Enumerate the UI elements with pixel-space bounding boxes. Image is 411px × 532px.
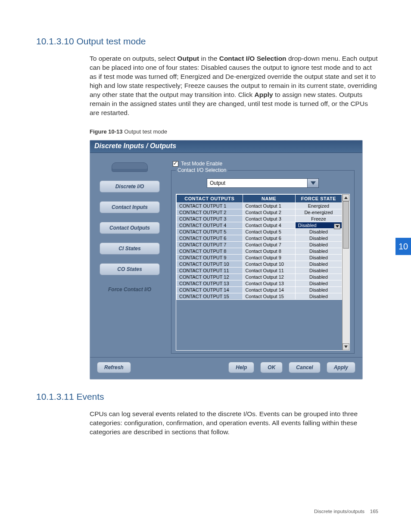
scroll-down-icon[interactable] <box>342 343 349 350</box>
cell-contact-output-id: CONTACT OUTPUT 8 <box>177 248 243 255</box>
refresh-button[interactable]: Refresh <box>97 362 131 373</box>
table-row[interactable]: CONTACT OUTPUT 11Contact Output 11Disabl… <box>177 268 342 274</box>
cell-contact-output-id: CONTACT OUTPUT 14 <box>177 287 243 293</box>
cell-contact-output-name: Contact Output 8 <box>243 248 295 255</box>
cell-contact-output-name: Contact Output 4 <box>243 222 295 229</box>
section-heading-output-test-mode: 10.1.3.10 Output test mode <box>36 36 378 47</box>
scrollbar-thumb[interactable] <box>343 201 349 249</box>
cell-contact-output-id: CONTACT OUTPUT 9 <box>177 255 243 261</box>
table-row[interactable]: CONTACT OUTPUT 9Contact Output 9Disabled <box>177 255 342 261</box>
body-paragraph: CPUs can log several events related to t… <box>90 410 378 437</box>
footer-text: Discrete inputs/outputs <box>314 509 364 514</box>
col-header-force-state: FORCE STATE <box>295 195 342 203</box>
panel-footer: Refresh Help OK Cancel Apply <box>90 357 362 379</box>
text-bold: Apply <box>255 91 273 98</box>
table-row[interactable]: CONTACT OUTPUT 8Contact Output 8Disabled <box>177 248 342 255</box>
cell-contact-output-id: CONTACT OUTPUT 7 <box>177 242 243 248</box>
cancel-button[interactable]: Cancel <box>289 362 320 373</box>
cell-force-state[interactable]: Energized <box>295 203 342 209</box>
force-contact-io-label: Force Contact I/O <box>108 286 151 292</box>
panel-title: Discrete Inputs / Outputs <box>90 140 362 153</box>
contact-outputs-button[interactable]: Contact Outputs <box>100 222 160 234</box>
test-mode-enable-label: Test Mode Enable <box>181 161 222 167</box>
cell-contact-output-name: Contact Output 14 <box>243 287 295 293</box>
cell-force-state[interactable]: Disabled <box>295 261 342 268</box>
cell-contact-output-id: CONTACT OUTPUT 10 <box>177 261 243 268</box>
cell-contact-output-name: Contact Output 5 <box>243 229 295 235</box>
col-header-contact-outputs: CONTACT OUTPUTS <box>177 195 243 203</box>
cell-force-state[interactable]: Disabled <box>295 280 342 287</box>
test-mode-enable-checkbox[interactable] <box>173 161 178 167</box>
cell-force-state[interactable]: Disabled <box>295 274 342 280</box>
table-row[interactable]: CONTACT OUTPUT 3Contact Output 3Freeze <box>177 216 342 222</box>
dropdown-value: Output <box>207 179 307 187</box>
fieldset-legend: Contact I/O Selection <box>176 167 228 173</box>
vertical-scrollbar[interactable] <box>342 194 349 350</box>
cell-force-state[interactable]: Disabled <box>295 293 342 300</box>
cell-force-state[interactable]: Disabled <box>295 235 342 242</box>
cell-contact-output-name: Contact Output 6 <box>243 235 295 242</box>
cell-contact-output-name: Contact Output 9 <box>243 255 295 261</box>
cell-contact-output-id: CONTACT OUTPUT 11 <box>177 268 243 274</box>
table-row[interactable]: CONTACT OUTPUT 12Contact Output 12Disabl… <box>177 274 342 280</box>
footer-page-number: 165 <box>370 509 378 514</box>
scrollbar-track[interactable] <box>342 201 349 343</box>
co-states-button[interactable]: CO States <box>100 263 160 275</box>
cell-force-state[interactable]: Disabled <box>295 287 342 293</box>
cell-contact-output-name: Contact Output 10 <box>243 261 295 268</box>
table-row[interactable]: CONTACT OUTPUT 1Contact Output 1Energize… <box>177 203 342 209</box>
cell-force-state[interactable]: Disabled <box>295 222 342 229</box>
svg-marker-0 <box>311 181 316 185</box>
contact-inputs-button[interactable]: Contact Inputs <box>100 201 160 213</box>
table-row[interactable]: CONTACT OUTPUT 15Contact Output 15Disabl… <box>177 293 342 300</box>
table-row[interactable]: CONTACT OUTPUT 13Contact Output 13Disabl… <box>177 280 342 287</box>
text: To operate on outputs, select <box>90 55 177 62</box>
table-row[interactable]: CONTACT OUTPUT 10Contact Output 10Disabl… <box>177 261 342 268</box>
text-bold: Output <box>177 55 199 62</box>
cell-force-state[interactable]: Freeze <box>295 216 342 222</box>
cell-contact-output-name: Contact Output 3 <box>243 216 295 222</box>
chapter-tab: 10 <box>395 238 411 255</box>
cell-contact-output-id: CONTACT OUTPUT 4 <box>177 222 243 229</box>
table-row[interactable]: CONTACT OUTPUT 4Contact Output 4Disabled <box>177 222 342 229</box>
table-row[interactable]: CONTACT OUTPUT 14Contact Output 14Disabl… <box>177 287 342 293</box>
discrete-io-panel: Discrete Inputs / Outputs Discrete I/O C… <box>90 140 363 380</box>
cell-contact-output-name: Contact Output 13 <box>243 280 295 287</box>
table-row[interactable]: CONTACT OUTPUT 2Contact Output 2De-energ… <box>177 209 342 216</box>
discrete-io-button[interactable]: Discrete I/O <box>100 180 160 193</box>
ok-button[interactable]: OK <box>260 362 283 373</box>
contact-io-selection-dropdown[interactable]: Output <box>207 178 319 188</box>
apply-button[interactable]: Apply <box>327 362 355 373</box>
table-row[interactable]: CONTACT OUTPUT 5Contact Output 5Disabled <box>177 229 342 235</box>
scroll-up-icon[interactable] <box>342 194 349 201</box>
cell-contact-output-id: CONTACT OUTPUT 1 <box>177 203 243 209</box>
text: in the <box>199 55 219 62</box>
chevron-down-icon[interactable] <box>307 179 318 187</box>
cell-force-state[interactable]: Disabled <box>295 242 342 248</box>
cell-contact-output-id: CONTACT OUTPUT 3 <box>177 216 243 222</box>
contact-io-selection-fieldset: Contact I/O Selection Output <box>171 170 355 354</box>
cell-force-state[interactable]: Disabled <box>295 248 342 255</box>
cell-contact-output-name: Contact Output 7 <box>243 242 295 248</box>
cell-contact-output-id: CONTACT OUTPUT 13 <box>177 280 243 287</box>
sidebar: Discrete I/O Contact Inputs Contact Outp… <box>95 158 164 354</box>
cell-contact-output-id: CONTACT OUTPUT 15 <box>177 293 243 300</box>
table-row[interactable]: CONTACT OUTPUT 6Contact Output 6Disabled <box>177 235 342 242</box>
cell-force-state[interactable]: Disabled <box>295 229 342 235</box>
cell-contact-output-name: Contact Output 1 <box>243 203 295 209</box>
cell-force-state[interactable]: Disabled <box>295 255 342 261</box>
figure-title: Output test mode <box>123 128 167 135</box>
outputs-table: CONTACT OUTPUTS NAME FORCE STATE CONTACT… <box>176 194 342 300</box>
ci-states-button[interactable]: CI States <box>100 243 160 255</box>
cell-force-state[interactable]: Disabled <box>295 268 342 274</box>
figure-caption: Figure 10-13 Output test mode <box>90 128 378 135</box>
figure-number: Figure 10-13 <box>90 128 123 135</box>
svg-marker-2 <box>344 345 348 348</box>
cell-force-state[interactable]: De-energized <box>295 209 342 216</box>
section-heading-events: 10.1.3.11 Events <box>36 392 378 402</box>
cell-contact-output-id: CONTACT OUTPUT 5 <box>177 229 243 235</box>
cell-contact-output-name: Contact Output 15 <box>243 293 295 300</box>
table-row[interactable]: CONTACT OUTPUT 7Contact Output 7Disabled <box>177 242 342 248</box>
help-button[interactable]: Help <box>228 362 254 373</box>
main-area: Test Mode Enable Contact I/O Selection O… <box>169 158 357 354</box>
